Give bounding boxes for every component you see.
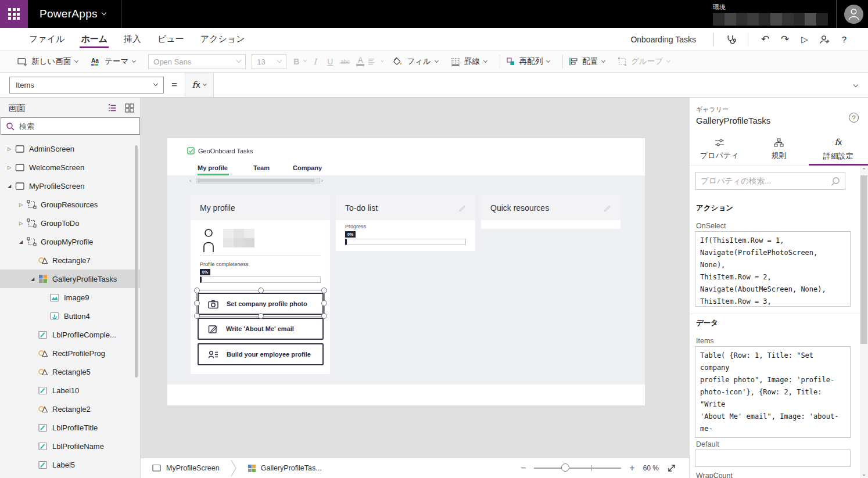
tree-item-imgprofilepic[interactable]: ImgProfilePic xyxy=(0,474,140,478)
menu-item-3[interactable]: 挿入 xyxy=(116,28,149,51)
bold-button[interactable]: B xyxy=(292,54,307,69)
default-input-box[interactable] xyxy=(695,450,851,467)
panel-help-button[interactable]: ? xyxy=(849,113,859,123)
thumbnail-view-icon[interactable] xyxy=(125,103,134,113)
sidebar-scrollbar[interactable] xyxy=(135,145,138,378)
font-size-select[interactable]: 13 xyxy=(252,54,286,69)
borders-button[interactable]: 罫線 xyxy=(451,56,487,67)
tab-properties[interactable]: プロパティ xyxy=(690,134,749,165)
reorder-button[interactable]: 再配列 xyxy=(506,56,550,67)
tab-advanced[interactable]: fx 詳細設定 xyxy=(809,134,868,165)
undo-button[interactable]: ↶ xyxy=(755,31,775,48)
property-search-input[interactable] xyxy=(701,177,831,185)
tree-item-label5[interactable]: Label5 xyxy=(0,455,140,474)
formula-expand-chevron-icon[interactable] xyxy=(853,82,858,87)
font-family-select[interactable]: Open Sans xyxy=(148,54,246,69)
tree-item-label10[interactable]: Label10 xyxy=(0,381,140,400)
property-search-box[interactable] xyxy=(695,172,845,190)
help-button[interactable]: ? xyxy=(834,31,854,48)
tree-item-myprofilescreen[interactable]: ◢MyProfileScreen xyxy=(0,177,140,195)
collapse-arrow-icon[interactable]: ◢ xyxy=(5,184,14,189)
underline-button[interactable]: U xyxy=(322,54,338,69)
label-icon xyxy=(37,442,49,451)
tree-item-galleryprofiletasks[interactable]: ◢GalleryProfileTasks xyxy=(0,269,140,288)
todo-card-body: Progress 0% xyxy=(336,220,475,251)
tree-item-lblprofiletitle[interactable]: LblProfileTitle xyxy=(0,418,140,437)
font-color-button[interactable]: A xyxy=(353,54,368,69)
tree-item-lblprofilecomple[interactable]: LblProfileComple... xyxy=(0,325,140,344)
app-checker-button[interactable] xyxy=(721,31,741,48)
onselect-formula-box[interactable]: If(ThisItem.Row = 1, Navigate(ProfilePho… xyxy=(695,231,851,307)
tree-item-button4[interactable]: Button4 xyxy=(0,307,140,325)
tab-my-profile[interactable]: My profile xyxy=(198,164,228,171)
tab-rules[interactable]: 規則 xyxy=(749,134,808,165)
gallery-item-3[interactable]: Build your employee profile xyxy=(198,343,324,365)
scroll-up-icon[interactable]: ⌃ xyxy=(860,167,868,173)
tree-item-grouptodo[interactable]: ▷GroupToDo xyxy=(0,214,140,232)
expand-arrow-icon[interactable]: ▷ xyxy=(16,221,26,226)
menu-item-5[interactable]: アクション xyxy=(192,28,253,51)
zoom-slider[interactable] xyxy=(534,463,621,473)
tree-item-rectangle7[interactable]: Rectangle7 xyxy=(0,251,140,269)
expand-arrow-icon[interactable]: ▷ xyxy=(16,202,26,207)
tree-item-rectprofileprog[interactable]: RectProfileProg xyxy=(0,344,140,362)
theme-button[interactable]: Aa テーマ xyxy=(91,56,135,67)
menu-item-1[interactable]: ファイル xyxy=(21,28,73,51)
strikethrough-button[interactable]: abc xyxy=(338,54,353,69)
align-text-button[interactable] xyxy=(368,54,383,69)
scroll-right-icon[interactable]: › xyxy=(321,178,327,184)
scroll-left-icon[interactable]: ‹ xyxy=(189,178,195,184)
canvas-horizontal-scrollbar[interactable]: ‹ › xyxy=(189,177,327,184)
app-brand[interactable]: PowerApps xyxy=(28,8,121,20)
gallery-item-1[interactable]: Set company profile photo xyxy=(198,293,324,315)
redo-button[interactable]: ↷ xyxy=(775,31,795,48)
property-dropdown[interactable]: Items xyxy=(9,77,164,94)
tab-company[interactable]: Company xyxy=(293,164,322,171)
expand-arrow-icon[interactable]: ▷ xyxy=(5,146,14,152)
menu-item-4[interactable]: ビュー xyxy=(149,28,192,51)
items-formula-box[interactable]: Table( {Row: 1, Title: "Set company prof… xyxy=(695,346,851,438)
tree-item-image9[interactable]: Image9 xyxy=(0,288,140,307)
tree-item-rectangle2[interactable]: Rectangle2 xyxy=(0,400,140,418)
screen-search-box[interactable] xyxy=(1,117,140,135)
expand-arrow-icon[interactable]: ▷ xyxy=(5,165,14,170)
edit-pencil-icon[interactable] xyxy=(458,204,466,211)
breadcrumb-control[interactable]: GalleryProfileTas... xyxy=(261,464,322,472)
zoom-in-button[interactable]: + xyxy=(629,463,634,473)
share-button[interactable] xyxy=(815,31,834,48)
tree-item-groupmyprofile[interactable]: ◢GroupMyProfile xyxy=(0,232,140,251)
waffle-menu-button[interactable] xyxy=(0,0,28,28)
italic-button[interactable]: I xyxy=(307,54,322,69)
breadcrumb-screen[interactable]: MyProfileScreen xyxy=(166,464,220,472)
zoom-out-button[interactable]: − xyxy=(521,463,526,473)
collapse-arrow-icon[interactable]: ◢ xyxy=(28,276,37,282)
tree-view-icon[interactable] xyxy=(107,103,117,113)
align-button[interactable]: 配置 xyxy=(569,56,605,67)
gallery-icon xyxy=(248,464,256,473)
panel-scrollbar[interactable]: ⌃ ⌄ xyxy=(860,166,868,478)
tree-item-groupresources[interactable]: ▷GroupResources xyxy=(0,195,140,214)
preview-play-button[interactable]: ▷ xyxy=(795,31,815,48)
app-canvas[interactable]: GeoOnboard Tasks My profile Team Company… xyxy=(167,138,645,405)
scrollbar-thumb[interactable] xyxy=(860,175,867,344)
environment-picker[interactable]: 環境 xyxy=(713,3,828,26)
slider-thumb[interactable] xyxy=(561,463,569,472)
tree-item-lblprofilename[interactable]: LblProfileName xyxy=(0,437,140,455)
screen-search-input[interactable] xyxy=(19,122,135,131)
scrollbar-thumb[interactable] xyxy=(198,179,314,182)
tree-item-welcomescreen[interactable]: ▷WelcomeScreen xyxy=(0,158,140,177)
collapse-arrow-icon[interactable]: ◢ xyxy=(16,239,26,245)
tree-item-rectangle5[interactable]: Rectangle5 xyxy=(0,362,140,381)
tab-team[interactable]: Team xyxy=(253,164,270,171)
fullscreen-button[interactable] xyxy=(667,463,676,473)
scroll-down-icon[interactable]: ⌄ xyxy=(860,471,868,477)
fill-button[interactable]: フィル xyxy=(392,56,437,67)
gallery-item-2[interactable]: Write 'About Me' email xyxy=(198,318,324,340)
edit-pencil-icon[interactable] xyxy=(604,204,611,211)
menu-item-2[interactable]: ホーム xyxy=(73,28,116,51)
tree-item-adminscreen[interactable]: ▷AdminScreen xyxy=(0,139,140,158)
user-avatar[interactable] xyxy=(844,5,863,24)
fx-dropdown[interactable]: fx xyxy=(185,73,214,97)
formula-input[interactable]: Table( {Row: 1, Title: "Set company prof… xyxy=(214,73,844,97)
new-screen-button[interactable]: 新しい画面 xyxy=(17,56,78,67)
